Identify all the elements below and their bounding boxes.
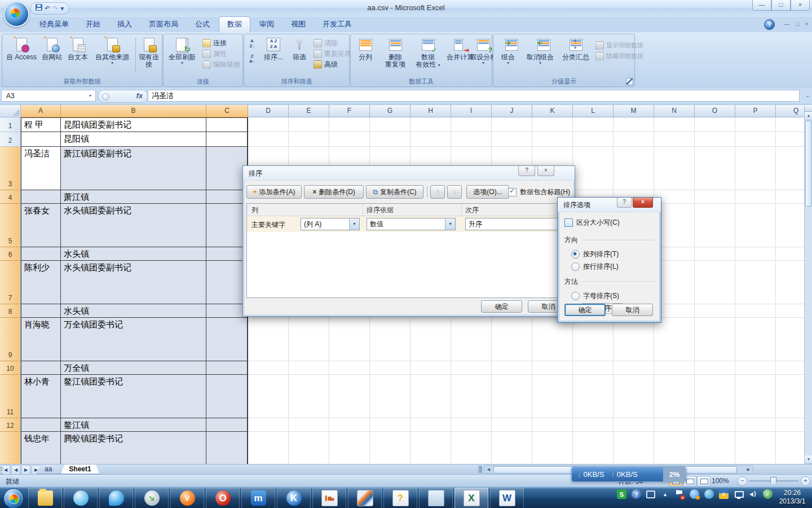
alipay-tray-icon[interactable]: ¥ [719, 489, 729, 499]
column-header-O[interactable]: O [695, 105, 735, 117]
scroll-down-icon[interactable]: ▼ [805, 456, 812, 464]
alphabetic-sort-radio[interactable]: 字母排序(S) [571, 291, 655, 301]
cell-A6[interactable] [21, 247, 61, 261]
row-header-1[interactable]: 1 [0, 117, 21, 132]
cell-F1[interactable] [329, 117, 370, 132]
cell-F13[interactable] [329, 432, 370, 464]
cell-O11[interactable] [695, 375, 735, 418]
cell-B7[interactable]: 水头镇团委副书记 [61, 261, 206, 304]
cell-B8[interactable]: 水头镇 [61, 304, 206, 318]
notepad-taskbar-button[interactable] [419, 488, 453, 508]
cell-O10[interactable] [695, 361, 735, 375]
cell-J12[interactable] [492, 418, 532, 432]
cell-M10[interactable] [614, 361, 654, 375]
cell-Q11[interactable] [776, 375, 804, 418]
sort-options-ok-button[interactable]: 确定 [564, 304, 606, 316]
cell-N13[interactable] [654, 432, 695, 464]
cell-H1[interactable] [411, 117, 451, 132]
cell-P10[interactable] [735, 361, 776, 375]
cell-F12[interactable] [329, 418, 370, 432]
cell-B11[interactable]: 鳌江镇团委书记 [61, 375, 206, 418]
cell-O8[interactable] [695, 304, 735, 318]
scroll-up-icon[interactable]: ▲ [805, 112, 812, 120]
cell-Q7[interactable] [776, 261, 804, 304]
column-header-N[interactable]: N [654, 105, 695, 117]
excel-taskbar-button[interactable]: X [454, 488, 488, 508]
help-icon[interactable]: ? [764, 19, 775, 30]
cell-B9[interactable]: 万全镇团委书记 [61, 318, 206, 361]
redo-button[interactable]: ↷ [52, 4, 58, 13]
sort-options-titlebar[interactable]: 排序选项 ? × [558, 198, 661, 212]
cell-M11[interactable] [614, 375, 654, 418]
explorer-taskbar-button[interactable] [28, 488, 62, 508]
taskbar-clock[interactable]: 20:26 2013/3/1 [775, 489, 810, 506]
ribbon-tab-4[interactable]: 页面布局 [141, 17, 186, 32]
sort-options-cancel-button[interactable]: 取消 [612, 304, 653, 316]
cell-J13[interactable] [492, 432, 532, 464]
column-header-C[interactable]: C [206, 105, 248, 117]
maxthon-taskbar-button[interactable]: m [241, 488, 275, 508]
volume-tray-icon[interactable] [748, 489, 758, 499]
cell-P6[interactable] [735, 247, 776, 261]
cell-Q6[interactable] [776, 247, 804, 261]
zoom-slider-thumb[interactable] [770, 477, 776, 485]
cell-K12[interactable] [532, 418, 573, 432]
ungroup-button[interactable]: ➔ 取消组合 ▾ [523, 36, 558, 77]
cell-B3[interactable]: 萧江镇团委副书记 [61, 147, 206, 190]
cell-L9[interactable] [573, 318, 614, 361]
cell-N3[interactable] [654, 147, 695, 190]
cell-E10[interactable] [289, 361, 329, 375]
from-other-sources-button[interactable]: * 自其他来源 ▾ [91, 36, 133, 77]
cell-I11[interactable] [451, 375, 492, 418]
cell-C7[interactable] [206, 261, 248, 304]
zoom-in-icon[interactable]: + [801, 476, 810, 486]
connections-button[interactable]: 连接 [201, 38, 242, 49]
sort-az-button[interactable]: A Z↓ [246, 38, 258, 50]
row-header-9[interactable]: 9 [0, 318, 21, 361]
cell-Q2[interactable] [776, 132, 804, 147]
cell-C4[interactable] [206, 190, 248, 204]
advanced-filter-button[interactable]: 高级 [312, 59, 353, 70]
column-header-M[interactable]: M [614, 105, 654, 117]
start-button[interactable] [3, 488, 24, 508]
cell-A1[interactable]: 程 甲 [21, 117, 61, 132]
cell-I2[interactable] [451, 132, 492, 147]
column-header-H[interactable]: H [411, 105, 451, 117]
cell-F11[interactable] [329, 375, 370, 418]
dropdown-arrow-icon[interactable]: ▾ [445, 218, 455, 230]
cell-P5[interactable] [735, 204, 776, 247]
cell-E13[interactable] [289, 432, 329, 464]
add-level-button[interactable]: + 添加条件(A) [246, 185, 302, 199]
sort-left-to-right-radio[interactable]: 按行排序(L) [571, 262, 655, 271]
row-header-13[interactable]: 13 [0, 432, 21, 464]
cell-K13[interactable] [532, 432, 573, 464]
move-down-button[interactable]: ↓ [447, 185, 462, 199]
cell-O3[interactable] [695, 147, 735, 190]
cell-P12[interactable] [735, 418, 776, 432]
row-header-11[interactable]: 11 [0, 375, 21, 418]
cell-Q4[interactable] [776, 190, 804, 204]
word-taskbar-button[interactable]: W [490, 488, 524, 508]
cell-J11[interactable] [492, 375, 532, 418]
cell-D1[interactable] [248, 117, 289, 132]
sort-options-button[interactable]: 选项(O)... [466, 185, 509, 199]
cell-N12[interactable] [654, 418, 695, 432]
cell-A10[interactable] [21, 361, 61, 375]
foxit-taskbar-button[interactable] [348, 488, 382, 508]
cell-L1[interactable] [573, 117, 614, 132]
cell-G13[interactable] [370, 432, 411, 464]
cell-P1[interactable] [735, 117, 776, 132]
sort-on-dropdown[interactable]: 数值 ▾ [367, 218, 456, 230]
help-tray-icon[interactable]: ? [632, 489, 641, 499]
row-header-12[interactable]: 12 [0, 418, 21, 432]
tab-split-handle[interactable] [478, 466, 482, 473]
sort-dialog-close-button[interactable]: × [537, 166, 554, 176]
column-header-K[interactable]: K [532, 105, 573, 117]
zoom-level[interactable]: 100% [712, 477, 729, 485]
cell-B10[interactable]: 万全镇 [61, 361, 206, 375]
undo-button[interactable]: ↶ [45, 4, 50, 13]
cell-G1[interactable] [370, 117, 411, 132]
vertical-split-handle[interactable] [805, 105, 812, 112]
cell-N1[interactable] [654, 117, 695, 132]
cell-A7[interactable]: 陈利少 [21, 261, 61, 304]
